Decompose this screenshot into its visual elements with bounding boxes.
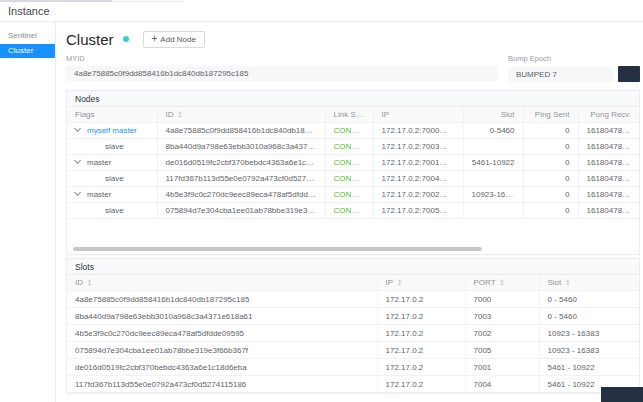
- node-link-state-cell: CONNECTED: [325, 202, 373, 218]
- slot-ip-cell: 172.17.0.2: [377, 291, 465, 308]
- slot-id-cell: de016d0519fc2cbf370bebdc4363a6e1c18d6eba: [67, 359, 377, 376]
- expand-chevron-icon[interactable]: [74, 124, 81, 131]
- nodes-table-row: slave075894d7e304cba1ee01ab78bbe319e3f66…: [67, 202, 639, 218]
- nodes-col-flags-label: Flags: [75, 110, 95, 119]
- nodes-col-pong-recv-label: Pong Recv.: [590, 110, 631, 119]
- nodes-col-flags: Flags: [67, 107, 157, 122]
- bottom-right-panel[interactable]: [601, 387, 643, 402]
- main-layout: Sentinel Cluster Cluster + Add Node MYID…: [0, 22, 643, 402]
- slot-port-cell: 7005: [465, 342, 539, 359]
- slots-col-slot[interactable]: Slot: [539, 275, 639, 291]
- sort-icon[interactable]: [500, 279, 505, 286]
- node-flags-cell: myself master: [67, 122, 157, 138]
- nodes-table-row: myself master4a8e75885c0f9dd858416b1dc84…: [67, 122, 639, 138]
- node-slot-cell: 10923-16383: [463, 186, 523, 202]
- bump-epoch-row: BUMPED 7: [508, 66, 640, 82]
- nodes-table-row: slave117fd367b113d55e0e0792a473cf0d52741…: [67, 170, 639, 186]
- nodes-table-header-row: Flags ID Link State IP Slot Ping Sent Po…: [67, 107, 639, 122]
- node-pong-recv-cell: 1618047863429: [578, 202, 639, 218]
- slots-col-port[interactable]: PORT: [465, 275, 539, 291]
- node-flags-cell: slave: [67, 138, 157, 154]
- slots-table-row: 4b5e3f9c0c270dc9eec89eca478af5dfdde09595…: [67, 325, 639, 342]
- nodes-col-ip: IP: [373, 107, 463, 122]
- slot-range-cell: 0 - 5460: [539, 308, 639, 325]
- node-ping-sent-cell: 0: [523, 170, 578, 186]
- node-flags-label: slave: [105, 206, 124, 215]
- slot-ip-cell: 172.17.0.2: [377, 376, 465, 393]
- myid-label: MYID: [66, 54, 498, 63]
- node-ping-sent-cell: 0: [523, 202, 578, 218]
- node-pong-recv-cell: 1618047862000: [578, 122, 639, 138]
- slot-id-cell: 8ba440d9a798e63ebb3010a968c3a4371e618a61: [67, 308, 377, 325]
- node-pong-recv-cell: 1618047863530: [578, 154, 639, 170]
- sidebar-item-sentinel[interactable]: Sentinel: [0, 29, 55, 43]
- node-id-cell: 4b5e3f9c0c270dc9eec89eca478af5dfdde09595: [157, 186, 325, 202]
- node-pong-recv-cell: 1618047864439: [578, 186, 639, 202]
- slots-table: ID IP PORT Slot 4a8e75885c0f9dd858416b1d…: [67, 275, 639, 394]
- sidebar-item-cluster[interactable]: Cluster: [0, 44, 55, 58]
- content-panel: Cluster + Add Node MYID 4a8e75885c0f9dd8…: [55, 22, 643, 402]
- slot-ip-cell: 172.17.0.2: [377, 325, 465, 342]
- node-flags-label: master: [87, 190, 111, 199]
- nodes-col-id[interactable]: ID: [157, 107, 325, 122]
- sort-icon[interactable]: [87, 279, 92, 286]
- node-id-cell: 117fd367b113d55e0e0792a473cf0d5274115186: [157, 170, 325, 186]
- bump-epoch-label: Bump Epoch: [508, 54, 640, 63]
- node-id-cell: de016d0519fc2cbf370bebdc4363a6e1c18d6eba: [157, 154, 325, 170]
- slots-col-id-label: ID: [75, 278, 83, 287]
- slots-col-slot-label: Slot: [548, 278, 562, 287]
- expand-chevron-icon[interactable]: [74, 156, 81, 163]
- node-ping-sent-cell: 0: [523, 122, 578, 138]
- node-pong-recv-cell: 1618047863000: [578, 170, 639, 186]
- horizontal-scrollbar[interactable]: [69, 247, 637, 252]
- slots-table-header-row: ID IP PORT Slot: [67, 275, 639, 291]
- node-link-state-cell: CONNECTED: [325, 138, 373, 154]
- node-ip-cell: 172.17.0.2:7005@17005: [373, 202, 463, 218]
- nodes-section: Nodes Flags ID Link State IP Slot P: [66, 90, 640, 255]
- node-pong-recv-cell: 1618047863000: [578, 138, 639, 154]
- myid-input[interactable]: 4a8e75885c0f9dd858416b1dc840db187295c185: [66, 66, 498, 81]
- slot-id-cell: 4a8e75885c0f9dd858416b1dc840db187295c185: [67, 291, 377, 308]
- slot-port-cell: 7001: [465, 359, 539, 376]
- node-ip-cell: 172.17.0.2:7001@17001: [373, 154, 463, 170]
- myid-field-group: MYID 4a8e75885c0f9dd858416b1dc840db18729…: [66, 54, 498, 82]
- slots-col-port-label: PORT: [474, 278, 496, 287]
- nodes-col-ping-sent-label: Ping Sent: [535, 110, 570, 119]
- node-ip-cell: 172.17.0.2:7002@17002: [373, 186, 463, 202]
- slot-id-cell: 4b5e3f9c0c270dc9eec89eca478af5dfdde09595: [67, 325, 377, 342]
- node-ping-sent-cell: 0: [523, 154, 578, 170]
- slot-range-cell: 5461 - 10922: [539, 359, 639, 376]
- node-flags-label[interactable]: myself master: [87, 126, 137, 135]
- slot-port-cell: 7002: [465, 325, 539, 342]
- slot-ip-cell: 172.17.0.2: [377, 359, 465, 376]
- slots-col-id[interactable]: ID: [67, 275, 377, 291]
- node-link-state-cell: CONNECTED: [325, 122, 373, 138]
- slots-table-row: 117fd367b113d55e0e0792a473cf0d5274115186…: [67, 376, 639, 393]
- node-flags-cell: slave: [67, 202, 157, 218]
- nodes-col-pong-recv: Pong Recv.: [578, 107, 639, 122]
- window-tab-edge-light: [112, 1, 184, 2]
- slot-range-cell: 0 - 5460: [539, 291, 639, 308]
- add-node-button[interactable]: + Add Node: [143, 31, 205, 48]
- node-flags-cell: master: [67, 186, 157, 202]
- node-slot-cell: [463, 138, 523, 154]
- slot-ip-cell: 172.17.0.2: [377, 342, 465, 359]
- node-ip-cell: 172.17.0.2:7003@17003: [373, 138, 463, 154]
- node-link-state-cell: CONNECTED: [325, 154, 373, 170]
- nodes-col-slot-label: Slot: [501, 110, 515, 119]
- expand-chevron-icon[interactable]: [74, 188, 81, 195]
- bump-epoch-input[interactable]: BUMPED 7: [508, 67, 613, 82]
- bump-epoch-button[interactable]: [618, 66, 640, 82]
- scrollbar-thumb[interactable]: [73, 247, 482, 251]
- slots-table-row: 075894d7e304cba1ee01ab78bbe319e3f66b367f…: [67, 342, 639, 359]
- slot-ip-cell: 172.17.0.2: [377, 308, 465, 325]
- sort-icon[interactable]: [565, 279, 570, 286]
- nodes-table-row: slave8ba440d9a798e63ebb3010a968c3a4371e6…: [67, 138, 639, 154]
- node-ping-sent-cell: 0: [523, 138, 578, 154]
- app-root: Instance Sentinel Cluster Cluster + Add …: [0, 0, 643, 402]
- bump-epoch-field-group: Bump Epoch BUMPED 7: [508, 54, 640, 82]
- nodes-table-empty-area: [67, 219, 639, 245]
- sort-icon[interactable]: [178, 111, 183, 118]
- sort-icon[interactable]: [397, 279, 402, 286]
- slots-col-ip[interactable]: IP: [377, 275, 465, 291]
